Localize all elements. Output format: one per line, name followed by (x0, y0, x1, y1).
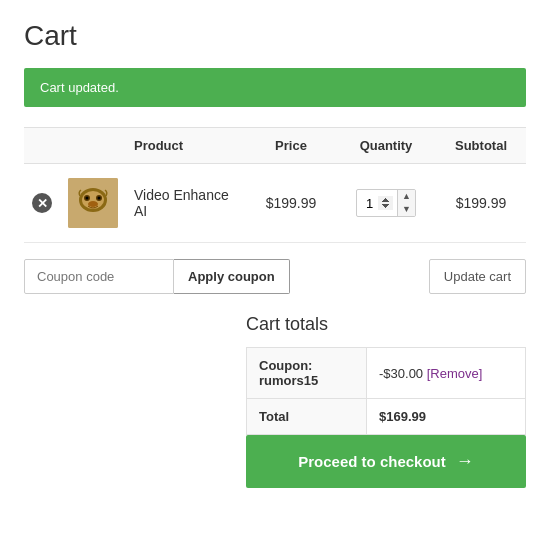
svg-point-5 (86, 197, 89, 200)
coupon-left: Apply coupon (24, 259, 290, 294)
svg-point-6 (98, 197, 101, 200)
coupon-row-total: Coupon: rumors15 -$30.00 [Remove] (247, 348, 526, 399)
product-price: $199.99 (266, 195, 317, 211)
page-title: Cart (24, 20, 526, 52)
price-header: Price (246, 128, 336, 164)
totals-table: Coupon: rumors15 -$30.00 [Remove] Total … (246, 347, 526, 435)
total-value: $169.99 (367, 399, 526, 435)
remove-header (24, 128, 60, 164)
coupon-label: Coupon: rumors15 (247, 348, 367, 399)
banner-message: Cart updated. (40, 80, 119, 95)
qty-down-button[interactable]: ▼ (398, 203, 415, 216)
thumb-header (60, 128, 126, 164)
remove-item-button[interactable]: ✕ (32, 193, 52, 213)
total-row: Total $169.99 (247, 399, 526, 435)
checkout-button[interactable]: Proceed to checkout → (246, 435, 526, 488)
apply-coupon-button[interactable]: Apply coupon (174, 259, 290, 294)
product-thumbnail (68, 178, 118, 228)
update-cart-button[interactable]: Update cart (429, 259, 526, 294)
product-image (68, 178, 118, 228)
product-name: Video Enhance AI (134, 187, 229, 219)
cart-totals-title: Cart totals (246, 314, 526, 335)
qty-spinners: ▲ ▼ (397, 190, 415, 216)
quantity-header: Quantity (336, 128, 436, 164)
coupon-input[interactable] (24, 259, 174, 294)
qty-up-button[interactable]: ▲ (398, 190, 415, 203)
cart-totals-box: Cart totals Coupon: rumors15 -$30.00 [Re… (246, 314, 526, 488)
quantity-input[interactable] (357, 192, 397, 215)
cart-updated-banner: Cart updated. (24, 68, 526, 107)
total-amount: $169.99 (379, 409, 426, 424)
coupon-discount-cell: -$30.00 [Remove] (367, 348, 526, 399)
quantity-wrapper: ▲ ▼ (356, 189, 416, 217)
cart-totals-section: Cart totals Coupon: rumors15 -$30.00 [Re… (24, 314, 526, 488)
coupon-row: Apply coupon Update cart (24, 259, 526, 294)
total-label: Total (247, 399, 367, 435)
arrow-icon: → (456, 451, 474, 472)
product-subtotal: $199.99 (456, 195, 507, 211)
product-header: Product (126, 128, 246, 164)
table-row: ✕ (24, 164, 526, 243)
cart-table: Product Price Quantity Subtotal ✕ (24, 127, 526, 243)
checkout-label: Proceed to checkout (298, 453, 446, 470)
coupon-discount: -$30.00 (379, 366, 423, 381)
svg-point-7 (88, 201, 98, 207)
coupon-remove-link[interactable]: [Remove] (427, 366, 483, 381)
subtotal-header: Subtotal (436, 128, 526, 164)
